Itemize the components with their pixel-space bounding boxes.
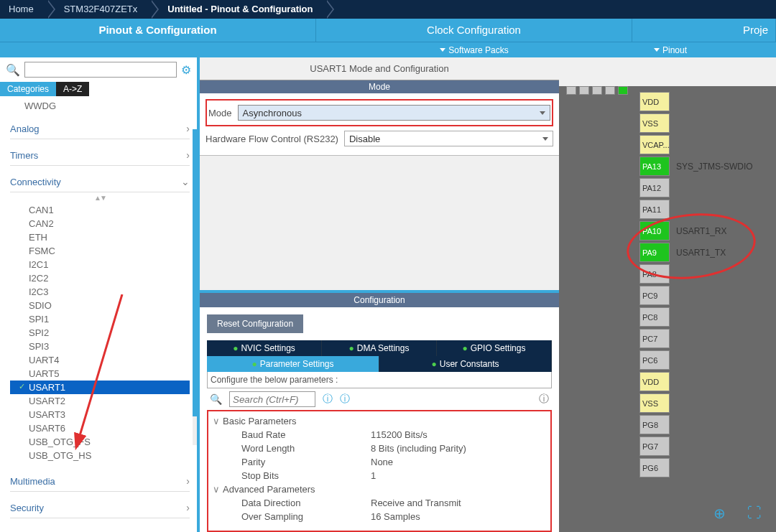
param-search-input[interactable]	[229, 391, 315, 407]
periph-spi1[interactable]: SPI1	[10, 312, 190, 326]
cat-multimedia[interactable]: Multimedia›	[10, 471, 190, 492]
periph-usart6[interactable]: USART6	[10, 421, 190, 435]
periph-fsmc[interactable]: FSMC	[10, 244, 190, 258]
pin-pa11[interactable]: PA11	[639, 200, 670, 219]
periph-wwdg[interactable]: WWDG	[10, 99, 190, 118]
pin-pc8[interactable]: PC8	[639, 307, 670, 327]
group-basic[interactable]: ∨Basic Parameters	[213, 414, 546, 428]
periph-uart5[interactable]: UART5	[10, 367, 190, 381]
pin-pa10[interactable]: PA10USART1_RX	[639, 221, 670, 241]
tab-user-constants[interactable]: ●User Constants	[379, 356, 552, 372]
chevron-right-icon: ›	[186, 149, 190, 161]
pin-pg6[interactable]: PG6	[639, 458, 670, 477]
param-label: Parity	[241, 457, 371, 467]
check-icon: ●	[252, 359, 257, 369]
periph-spi3[interactable]: SPI3	[10, 340, 190, 353]
cat-analog[interactable]: Analog›	[10, 118, 190, 139]
tab-clock-config[interactable]: Clock Configuration	[316, 19, 632, 42]
panel-title: USART1 Mode and Configuration	[200, 57, 559, 80]
zoom-in-icon[interactable]: ⊕	[713, 505, 726, 522]
param-row[interactable]: Stop Bits1	[213, 469, 546, 482]
periph-uart4[interactable]: UART4	[10, 353, 190, 367]
periph-spi2[interactable]: SPI2	[10, 326, 190, 340]
periph-eth[interactable]: ETH	[10, 230, 190, 244]
cat-security[interactable]: Security›	[10, 498, 190, 518]
tab-parameter[interactable]: ●Parameter Settings	[207, 356, 379, 372]
main-tabs: Pinout & Configuration Clock Configurati…	[0, 19, 776, 42]
crumb-home[interactable]: Home	[0, 0, 47, 19]
check-icon: ●	[349, 343, 354, 353]
param-row[interactable]: ParityNone	[213, 455, 546, 469]
sub-bar: Software Packs Pinout	[0, 42, 776, 57]
periph-usb_otg_hs[interactable]: USB_OTG_HS	[10, 449, 190, 462]
periph-i2c3[interactable]: I2C3	[10, 285, 190, 299]
pin-pg7[interactable]: PG7	[639, 437, 670, 456]
breadcrumb: Home STM32F407ZETx Untitled - Pinout & C…	[0, 0, 776, 19]
pinout-view[interactable]: VDDVSSVCAP...PA13SYS_JTMS-SWDIOPA12PA11P…	[559, 57, 776, 532]
check-icon: ●	[233, 343, 238, 353]
pin-vdd[interactable]: VDD	[639, 92, 670, 111]
param-label: Data Direction	[241, 498, 371, 508]
pin-pc9[interactable]: PC9	[639, 286, 670, 305]
pin-vss[interactable]: VSS	[639, 113, 670, 133]
fullscreen-icon[interactable]: ⛶	[747, 505, 762, 522]
pin-vdd[interactable]: VDD	[639, 372, 670, 391]
pin-pc7[interactable]: PC7	[639, 329, 670, 348]
hw-flow-select[interactable]: Disable	[344, 131, 553, 146]
param-label: Over Sampling	[241, 511, 371, 522]
group-advanced[interactable]: ∨Advanced Parameters	[213, 482, 546, 496]
sort-icon[interactable]: ▲▼	[10, 192, 190, 203]
info-icon[interactable]: ⓘ	[539, 393, 549, 406]
periph-can1[interactable]: CAN1	[10, 203, 190, 217]
periph-usb_otg_fs[interactable]: USB_OTG_FS	[10, 435, 190, 449]
reset-config-button[interactable]: Reset Configuration	[207, 314, 303, 333]
param-label: Baud Rate	[241, 429, 371, 440]
cat-connectivity[interactable]: Connectivity⌄	[10, 172, 190, 192]
center-panel: USART1 Mode and Configuration Mode Mode …	[200, 57, 559, 532]
crumb-chip[interactable]: STM32F407ZETx	[47, 0, 151, 19]
pin-vcap[interactable]: VCAP...	[639, 135, 670, 154]
search-icon[interactable]: 🔍	[210, 393, 222, 405]
periph-usart2[interactable]: USART2	[10, 394, 190, 408]
periph-i2c2[interactable]: I2C2	[10, 271, 190, 285]
pin-pc6[interactable]: PC6	[639, 350, 670, 370]
mode-header: Mode	[200, 80, 559, 93]
check-icon: ●	[463, 343, 468, 353]
pin-label: SYS_JTMS-SWDIO	[676, 162, 753, 172]
param-row[interactable]: Over Sampling16 Samples	[213, 510, 546, 523]
param-row[interactable]: Data DirectionReceive and Transmit	[213, 496, 546, 510]
periph-usart3[interactable]: USART3	[10, 408, 190, 421]
pin-pa8[interactable]: PA8	[639, 264, 670, 284]
periph-i2c1[interactable]: I2C1	[10, 258, 190, 271]
pin-pa13[interactable]: PA13SYS_JTMS-SWDIO	[639, 157, 670, 176]
chevron-down-icon	[542, 137, 548, 141]
pin-pa12[interactable]: PA12	[639, 178, 670, 197]
tab-project[interactable]: Proje	[632, 19, 776, 42]
dropdown-pinout[interactable]: Pinout	[632, 42, 776, 57]
next-icon[interactable]: ⓘ	[340, 393, 350, 406]
param-row[interactable]: Baud Rate115200 Bits/s	[213, 428, 546, 442]
pin-pg8[interactable]: PG8	[639, 415, 670, 434]
pin-pa9[interactable]: PA9USART1_TX	[639, 243, 670, 262]
crumb-current[interactable]: Untitled - Pinout & Configuration	[150, 0, 325, 19]
tab-dma[interactable]: ●DMA Settings	[322, 340, 437, 356]
periph-usart1[interactable]: USART1	[10, 381, 190, 394]
param-row[interactable]: Word Length8 Bits (including Parity)	[213, 442, 546, 455]
tab-gpio[interactable]: ●GPIO Settings	[437, 340, 552, 356]
tab-categories[interactable]: Categories	[0, 82, 56, 96]
scrollbar[interactable]	[193, 129, 197, 445]
chevron-right-icon: ›	[186, 123, 190, 134]
pin-vss[interactable]: VSS	[639, 393, 670, 413]
cat-timers[interactable]: Timers›	[10, 145, 190, 166]
dropdown-software-packs[interactable]: Software Packs	[316, 42, 632, 57]
prev-icon[interactable]: ⓘ	[323, 393, 333, 406]
search-input[interactable]	[24, 62, 177, 78]
periph-sdio[interactable]: SDIO	[10, 299, 190, 312]
tab-pinout-config[interactable]: Pinout & Configuration	[0, 19, 316, 42]
mode-select[interactable]: Asynchronous	[238, 105, 550, 121]
top-pins	[566, 86, 628, 95]
periph-can2[interactable]: CAN2	[10, 217, 190, 230]
tab-az[interactable]: A->Z	[56, 82, 89, 96]
tab-nvic[interactable]: ●NVIC Settings	[207, 340, 322, 356]
gear-icon[interactable]: ⚙	[181, 63, 191, 77]
